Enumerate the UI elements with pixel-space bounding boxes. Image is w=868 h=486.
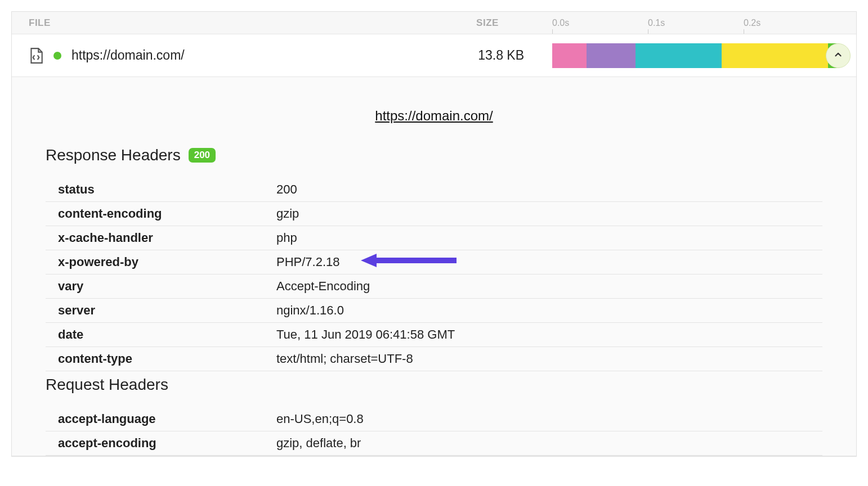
status-badge: 200 — [189, 148, 216, 163]
collapse-button[interactable] — [826, 43, 851, 68]
table-row: status200 — [46, 178, 822, 202]
timeline-tick: 0.1s — [648, 12, 744, 34]
status-dot-icon — [53, 52, 61, 60]
file-cell: https://domain.com/ — [29, 47, 445, 64]
response-headers-title: Response Headers — [46, 146, 181, 164]
table-row: servernginx/1.16.0 — [46, 299, 822, 323]
timing-segment — [552, 43, 587, 68]
header-key: x-powered-by — [46, 250, 276, 274]
request-headers-title: Request Headers — [46, 376, 822, 394]
timeline-tick: 0.0s — [552, 12, 648, 34]
table-row: accept-languageen-US,en;q=0.8 — [46, 407, 822, 431]
header-value: en-US,en;q=0.8 — [276, 407, 822, 431]
header-key: date — [46, 323, 276, 347]
header-value: Accept-Encoding — [276, 274, 822, 299]
table-row: content-encodinggzip — [46, 202, 822, 226]
size-cell: 13.8 KB — [445, 48, 530, 63]
table-row: content-typetext/html; charset=UTF-8 — [46, 347, 822, 371]
request-url: https://domain.com/ — [71, 48, 185, 63]
timeline-header: 0.0s 0.1s 0.2s — [552, 12, 839, 34]
header-value: gzip — [276, 202, 822, 226]
table-row: accept-encodinggzip, deflate, br — [46, 431, 822, 456]
header-key: status — [46, 178, 276, 202]
response-headers-table: status200content-encodinggzipx-cache-han… — [46, 178, 822, 371]
header-value: nginx/1.16.0 — [276, 299, 822, 323]
chevron-up-icon — [833, 50, 843, 62]
header-key: content-encoding — [46, 202, 276, 226]
table-row: dateTue, 11 Jun 2019 06:41:58 GMT — [46, 323, 822, 347]
network-panel: FILE SIZE 0.0s 0.1s 0.2s https://domain.… — [11, 11, 857, 457]
response-headers-title-row: Response Headers 200 — [46, 146, 822, 164]
request-headers-table: accept-languageen-US,en;q=0.8accept-enco… — [46, 407, 822, 456]
column-header-file[interactable]: FILE — [29, 17, 445, 29]
table-row: x-powered-byPHP/7.2.18 — [46, 250, 822, 274]
header-key: x-cache-handler — [46, 226, 276, 250]
table-header: FILE SIZE 0.0s 0.1s 0.2s — [12, 12, 856, 34]
svg-marker-1 — [361, 254, 377, 267]
document-code-icon — [29, 47, 43, 64]
request-detail-url-link[interactable]: https://domain.com/ — [46, 108, 822, 124]
arrow-left-icon — [361, 252, 457, 272]
header-value: php — [276, 226, 822, 250]
table-row: varyAccept-Encoding — [46, 274, 822, 299]
waterfall-bar — [552, 43, 839, 68]
request-row[interactable]: https://domain.com/ 13.8 KB — [12, 34, 856, 77]
header-key: server — [46, 299, 276, 323]
column-header-size[interactable]: SIZE — [445, 17, 530, 29]
timing-segment — [636, 43, 722, 68]
table-row: x-cache-handlerphp — [46, 226, 822, 250]
header-value: Tue, 11 Jun 2019 06:41:58 GMT — [276, 323, 822, 347]
request-details-panel: https://domain.com/ Response Headers 200… — [12, 77, 856, 456]
header-key: vary — [46, 274, 276, 299]
header-key: accept-language — [46, 407, 276, 431]
header-value: PHP/7.2.18 — [276, 250, 822, 274]
header-key: accept-encoding — [46, 431, 276, 456]
header-value: 200 — [276, 178, 822, 202]
timing-segment — [722, 43, 828, 68]
header-key: content-type — [46, 347, 276, 371]
header-value: text/html; charset=UTF-8 — [276, 347, 822, 371]
timing-segment — [587, 43, 636, 68]
timeline-tick: 0.2s — [744, 12, 839, 34]
header-value: gzip, deflate, br — [276, 431, 822, 456]
